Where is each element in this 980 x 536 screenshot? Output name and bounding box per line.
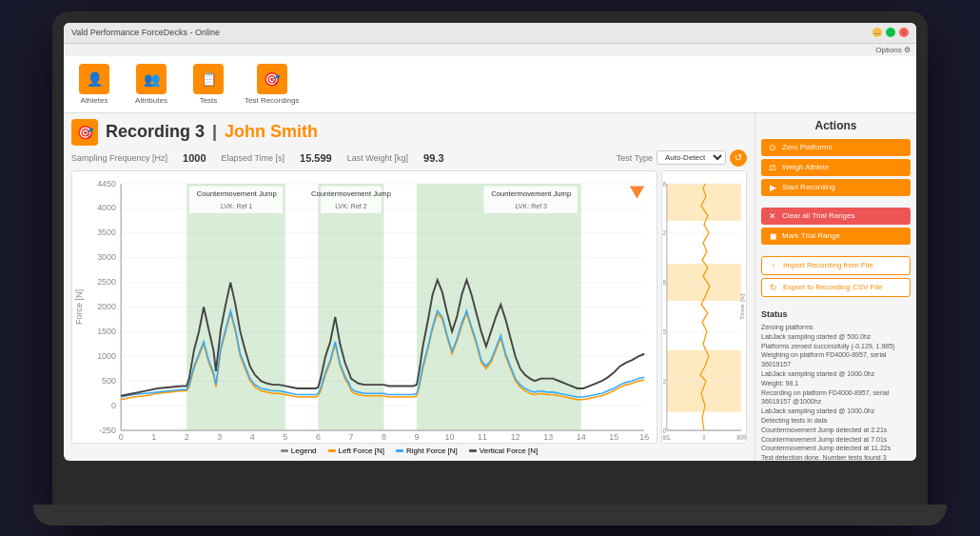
- weigh-athlete-button[interactable]: ⚖ Weigh Athlete: [761, 159, 911, 176]
- svg-text:4450: 4450: [97, 178, 116, 188]
- export-label: Export to Recording CSV File: [783, 283, 883, 291]
- svg-text:0: 0: [663, 426, 666, 433]
- toolbar-item-test-recordings[interactable]: 🎯 Test Recordings: [245, 64, 299, 105]
- weight-label: Last Weight [kg]: [347, 153, 408, 163]
- legend-item-right: Right Force [N]: [396, 447, 458, 455]
- status-line-7: LabJack sampling started @ 1000.0hz: [761, 407, 911, 416]
- elapsed-value: 15.599: [300, 152, 332, 164]
- status-line-6: Recording on platform FD4000-8957, seria…: [761, 388, 911, 407]
- test-recordings-label: Test Recordings: [245, 96, 299, 105]
- legend-dot-vertical: [469, 449, 477, 452]
- mark-trial-button[interactable]: ◼ Mark Trial Range: [761, 228, 911, 245]
- svg-text:4000: 4000: [97, 203, 116, 212]
- test-type-area: Test Type Auto-Detect ↺: [617, 149, 747, 167]
- svg-text:1500: 1500: [97, 326, 116, 335]
- test-type-refresh-button[interactable]: ↺: [730, 149, 747, 167]
- start-recording-button[interactable]: ▶ Start Recording: [761, 179, 911, 196]
- svg-text:2: 2: [663, 377, 666, 385]
- actions-title: Actions: [761, 119, 911, 132]
- laptop-base: [33, 505, 947, 526]
- clear-trials-button[interactable]: ✕ Clear all Trial Ranges: [761, 208, 911, 225]
- chart-container: 4450 4000 3500 3000 2500 2000 1500 1000 …: [71, 170, 747, 444]
- center-panel: 🎯 Recording 3 | John Smith Sampling Freq…: [64, 113, 755, 461]
- svg-text:8: 8: [382, 432, 386, 442]
- svg-text:7: 7: [348, 432, 353, 442]
- svg-text:2: 2: [185, 432, 189, 442]
- toolbar-item-attributes[interactable]: 👥 Attributes: [130, 64, 172, 105]
- zero-platforms-icon: ⊙: [767, 143, 778, 152]
- svg-text:2000: 2000: [97, 302, 116, 311]
- titlebar: Vald Performance ForceDecks - Online — □…: [64, 23, 916, 44]
- svg-text:4: 4: [250, 432, 255, 442]
- toolbar-item-tests[interactable]: 📋 Tests: [187, 64, 229, 105]
- athlete-name: John Smith: [225, 122, 318, 142]
- options-label[interactable]: Options ⚙: [875, 46, 911, 54]
- legend-item-legend: Legend: [281, 447, 317, 455]
- elapsed-label: Elapsed Time [s]: [222, 153, 285, 163]
- svg-text:Force [N]: Force [N]: [74, 288, 84, 324]
- tests-icon: 📋: [193, 64, 224, 94]
- svg-text:0: 0: [119, 432, 124, 442]
- titlebar-controls: — □ ×: [872, 28, 909, 37]
- import-recording-button[interactable]: ↑ Import Recording from File: [761, 256, 911, 275]
- legend-item-left: Left Force [N]: [328, 447, 384, 455]
- toolbar-item-athletes[interactable]: 👤 Athletes: [73, 64, 115, 105]
- svg-text:9: 9: [415, 432, 420, 442]
- main-chart: 4450 4000 3500 3000 2500 2000 1500 1000 …: [71, 170, 657, 444]
- svg-text:6: 6: [316, 432, 321, 442]
- side-chart: 16 12 8 5 2 0: [661, 170, 747, 444]
- legend-label-vertical: Vertical Force [N]: [480, 447, 538, 455]
- maximize-button[interactable]: □: [886, 28, 895, 37]
- status-line-4: LabJack sampling started @ 1000.0hz: [761, 369, 911, 379]
- app: Vald Performance ForceDecks - Online — □…: [64, 23, 916, 461]
- minimize-button[interactable]: —: [872, 28, 882, 37]
- status-line-3: Weighing on platform FD4000-8957, serial…: [761, 350, 911, 369]
- svg-text:5: 5: [663, 328, 666, 335]
- test-type-label: Test Type: [617, 153, 653, 163]
- laptop-outer: Vald Performance ForceDecks - Online — □…: [52, 11, 928, 526]
- svg-text:8: 8: [663, 278, 666, 286]
- status-line-12: Test detection done. Number tests found …: [761, 453, 911, 460]
- svg-text:12: 12: [662, 228, 666, 236]
- import-icon: ↑: [768, 261, 779, 270]
- close-button[interactable]: ×: [899, 28, 909, 37]
- svg-text:Countermovement Jump: Countermovement Jump: [491, 189, 571, 197]
- weigh-athlete-icon: ⚖: [767, 163, 778, 172]
- test-recordings-icon: 🎯: [257, 64, 287, 94]
- mark-trial-icon: ◼: [767, 231, 778, 241]
- legend-label-right: Right Force [N]: [406, 447, 458, 455]
- test-type-select[interactable]: Auto-Detect: [657, 150, 726, 165]
- status-line-1: LabJack sampling started @ 500.0hz: [761, 332, 911, 342]
- recording-icon: 🎯: [71, 119, 98, 146]
- svg-text:5: 5: [283, 432, 287, 442]
- status-line-9: Countermovement Jump detected at 2.21s: [761, 426, 911, 435]
- svg-text:3500: 3500: [97, 228, 116, 237]
- svg-text:15: 15: [609, 432, 618, 442]
- start-recording-label: Start Recording: [782, 183, 835, 191]
- svg-text:Countermovement Jump: Countermovement Jump: [311, 189, 391, 197]
- weigh-athlete-label: Weigh Athlete: [782, 163, 829, 171]
- svg-text:LVK: Ref 1: LVK: Ref 1: [221, 202, 253, 209]
- mark-trial-label: Mark Trial Range: [782, 231, 840, 240]
- svg-text:Time [s]: Time [s]: [739, 293, 746, 319]
- status-line-2: Platforms zeroed successfully (-0.129, 1…: [761, 342, 911, 351]
- zero-platforms-button[interactable]: ⊙ Zero Platforms: [761, 139, 911, 156]
- export-recording-button[interactable]: ↻ Export to Recording CSV File: [761, 278, 911, 297]
- svg-text:80R: 80R: [736, 433, 746, 441]
- export-icon: ↻: [768, 283, 779, 292]
- app-title: Vald Performance ForceDecks - Online: [71, 28, 220, 37]
- legend-dot-right: [396, 449, 403, 452]
- status-line-0: Zeroing platforms: [761, 323, 911, 332]
- legend-item-vertical: Vertical Force [N]: [469, 447, 538, 455]
- attributes-label: Attributes: [135, 96, 167, 105]
- options-row: Options ⚙: [64, 44, 916, 56]
- legend-dot-legend: [281, 449, 288, 452]
- athletes-label: Athletes: [81, 96, 108, 105]
- status-line-11: Countermovement Jump detected at 11.22s: [761, 444, 911, 453]
- start-recording-icon: ▶: [767, 183, 778, 192]
- zero-platforms-label: Zero Platforms: [782, 143, 832, 151]
- side-chart-svg: 16 12 8 5 2 0: [662, 171, 746, 443]
- svg-text:LVK: Ref 2: LVK: Ref 2: [335, 202, 367, 209]
- svg-text:14: 14: [577, 432, 586, 442]
- clear-trials-icon: ✕: [767, 211, 778, 221]
